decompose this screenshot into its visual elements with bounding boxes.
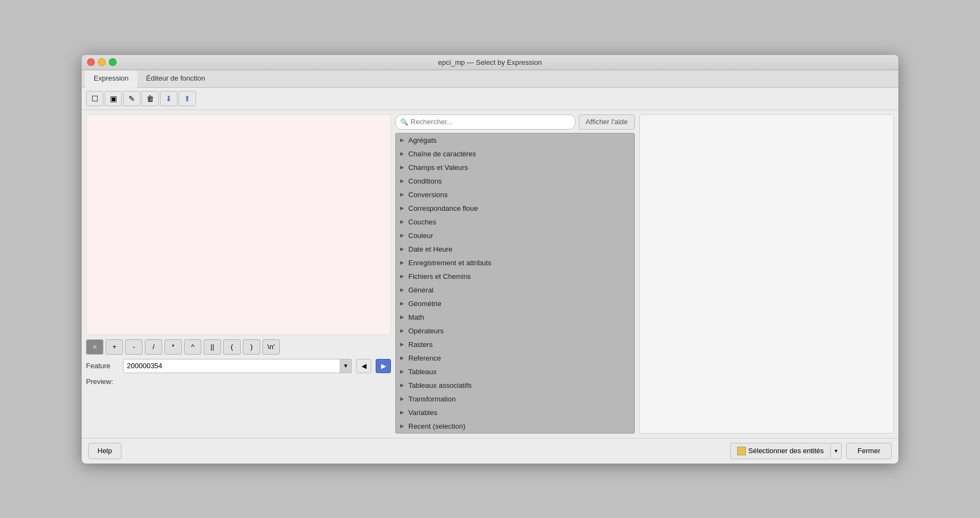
select-entities-dropdown-button[interactable]: ▼ xyxy=(831,443,842,459)
op-power-button[interactable]: ^ xyxy=(184,339,201,355)
feature-dropdown-button[interactable]: ▼ xyxy=(340,359,352,373)
feature-prev-button[interactable]: ◀ xyxy=(356,359,371,373)
import-button[interactable]: ⬇ xyxy=(160,91,177,106)
function-category-label: Champs et Valeurs xyxy=(408,163,468,172)
function-list-item[interactable]: ▶Tableaux xyxy=(396,365,634,379)
function-category-label: Recent (selection) xyxy=(408,422,465,430)
function-category-label: Tableaux associatifs xyxy=(408,381,471,389)
feature-next-button[interactable]: ▶ xyxy=(376,359,391,373)
save-button[interactable]: ▣ xyxy=(105,91,122,106)
preview-label: Preview: xyxy=(86,377,113,386)
search-bar: 🔍 Afficher l'aide xyxy=(395,114,635,130)
help-display-button[interactable]: Afficher l'aide xyxy=(579,114,635,130)
function-category-label: Date et Heure xyxy=(408,245,452,253)
new-button[interactable]: ☐ xyxy=(86,91,103,106)
function-category-label: Couches xyxy=(408,218,436,226)
feature-input[interactable] xyxy=(123,359,352,373)
op-equals-button[interactable]: = xyxy=(86,339,103,355)
expression-editor[interactable] xyxy=(87,115,390,333)
function-list-item[interactable]: ▶Reference xyxy=(396,351,634,365)
function-category-label: Math xyxy=(408,313,424,321)
function-category-label: Conditions xyxy=(408,177,442,185)
chevron-right-icon: ▶ xyxy=(400,355,404,361)
chevron-right-icon: ▶ xyxy=(400,328,404,333)
left-panel: = + - / * ^ || ( ) \n' Feature ▼ ◀ ▶ xyxy=(86,114,391,434)
chevron-right-icon: ▶ xyxy=(400,301,404,306)
function-list-item[interactable]: ▶Math xyxy=(396,310,634,324)
function-list-item[interactable]: ▶Correspondance floue xyxy=(396,202,634,215)
operators-row: = + - / * ^ || ( ) \n' xyxy=(86,339,391,355)
edit-button[interactable]: ✎ xyxy=(123,91,140,106)
chevron-right-icon: ▶ xyxy=(400,423,404,429)
function-list-item[interactable]: ▶Géométrie xyxy=(396,297,634,310)
function-category-label: Couleur xyxy=(408,231,433,240)
function-list-item[interactable]: ▶Transformation xyxy=(396,392,634,406)
function-list-item[interactable]: ▶Tableaux associatifs xyxy=(396,379,634,392)
tab-function-editor[interactable]: Éditeur de fonction xyxy=(137,70,213,87)
function-category-label: Opérateurs xyxy=(408,327,444,335)
maximize-window-button[interactable] xyxy=(109,58,117,66)
search-input-wrapper: 🔍 xyxy=(395,114,575,130)
function-category-label: Variables xyxy=(408,409,437,417)
chevron-right-icon: ▶ xyxy=(400,273,404,279)
op-minus-button[interactable]: - xyxy=(125,339,143,355)
minimize-window-button[interactable] xyxy=(98,58,106,66)
edit-icon: ✎ xyxy=(128,94,135,103)
function-category-label: Général xyxy=(408,286,433,294)
function-category-label: Conversions xyxy=(408,191,448,199)
chevron-right-icon: ▶ xyxy=(400,219,404,224)
function-list-item[interactable]: ▶Date et Heure xyxy=(396,242,634,256)
function-list-item[interactable]: ▶Général xyxy=(396,283,634,297)
op-multiply-button[interactable]: * xyxy=(164,339,182,355)
function-list-item[interactable]: ▶Fichiers et Chemins xyxy=(396,270,634,283)
export-icon: ⬆ xyxy=(184,94,191,103)
delete-button[interactable]: 🗑 xyxy=(142,91,159,106)
close-button[interactable]: Fermer xyxy=(846,443,892,459)
function-list-item[interactable]: ▶Chaîne de caractères xyxy=(396,147,634,161)
op-divide-button[interactable]: / xyxy=(145,339,162,355)
function-category-label: Géométrie xyxy=(408,300,442,308)
function-category-label: Tableaux xyxy=(408,368,437,376)
function-list-item[interactable]: ▶Enregistrement et attributs xyxy=(396,256,634,270)
op-plus-button[interactable]: + xyxy=(106,339,123,355)
export-button[interactable]: ⬆ xyxy=(179,91,196,106)
op-paren-open-button[interactable]: ( xyxy=(223,339,241,355)
function-list-item[interactable]: ▶Opérateurs xyxy=(396,324,634,338)
select-entities-label: Sélectionner des entités xyxy=(748,447,824,455)
window-title: epci_mp — Select by Expression xyxy=(438,58,542,66)
op-concat-button[interactable]: || xyxy=(204,339,221,355)
expression-editor-wrapper xyxy=(86,114,391,335)
bottom-bar: Help Sélectionner des entités ▼ Fermer xyxy=(82,438,898,464)
right-panel xyxy=(639,114,894,434)
function-list-item[interactable]: ▶Couleur xyxy=(396,229,634,242)
select-entities-icon xyxy=(737,447,746,455)
chevron-right-icon: ▶ xyxy=(400,205,404,211)
delete-icon: 🗑 xyxy=(146,94,154,103)
function-list-item[interactable]: ▶Champs et Valeurs xyxy=(396,161,634,174)
function-list-item[interactable]: ▶Conditions xyxy=(396,174,634,188)
close-window-button[interactable] xyxy=(87,58,95,66)
help-button[interactable]: Help xyxy=(88,443,121,459)
function-list: ▶Agrégats▶Chaîne de caractères▶Champs et… xyxy=(395,133,635,434)
function-list-item[interactable]: ▶Agrégats xyxy=(396,133,634,147)
op-newline-button[interactable]: \n' xyxy=(262,339,280,355)
import-icon: ⬇ xyxy=(166,94,172,103)
tab-expression[interactable]: Expression xyxy=(85,70,137,88)
function-list-item[interactable]: ▶Variables xyxy=(396,406,634,419)
chevron-right-icon: ▶ xyxy=(400,260,404,265)
function-category-label: Reference xyxy=(408,354,441,362)
function-list-item[interactable]: ▶Recent (selection) xyxy=(396,419,634,433)
search-icon: 🔍 xyxy=(400,118,408,126)
chevron-right-icon: ▶ xyxy=(400,410,404,415)
select-entities-button[interactable]: Sélectionner des entités xyxy=(730,443,831,459)
op-paren-close-button[interactable]: ) xyxy=(243,339,260,355)
function-category-label: Fichiers et Chemins xyxy=(408,272,471,281)
search-input[interactable] xyxy=(411,118,571,126)
function-list-item[interactable]: ▶Couches xyxy=(396,215,634,229)
chevron-right-icon: ▶ xyxy=(400,396,404,401)
new-icon: ☐ xyxy=(91,94,99,103)
function-list-item[interactable]: ▶Rasters xyxy=(396,338,634,351)
feature-input-wrapper: ▼ xyxy=(123,359,352,373)
function-category-label: Chaîne de caractères xyxy=(408,150,476,158)
function-list-item[interactable]: ▶Conversions xyxy=(396,188,634,202)
